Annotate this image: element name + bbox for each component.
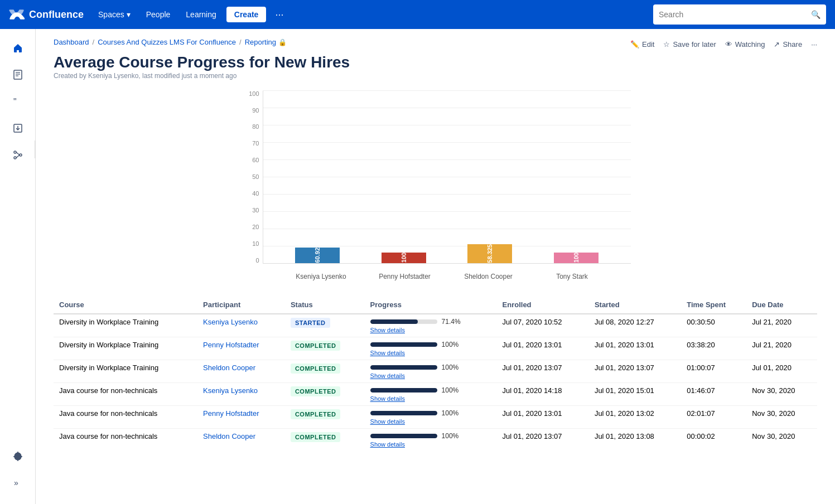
show-details-link[interactable]: Show details	[370, 441, 491, 448]
page-title: Average Course Progress for New Hires	[54, 53, 817, 72]
bar-value-label: 100	[573, 253, 580, 263]
cell-started: Jul 01, 2020 13:07	[589, 360, 681, 382]
show-details-link[interactable]: Show details	[370, 327, 491, 333]
show-details-link[interactable]: Show details	[370, 418, 491, 425]
cell-course: Java course for non-technicals	[54, 382, 197, 405]
progress-percent: 100%	[442, 409, 459, 417]
search-input[interactable]	[659, 10, 807, 19]
share-button[interactable]: ↗ Share	[774, 40, 802, 49]
create-button[interactable]: Create	[226, 7, 267, 22]
show-details-link[interactable]: Show details	[370, 372, 491, 379]
y-label: 60	[252, 157, 259, 163]
progress-percent: 100%	[442, 364, 459, 371]
breadcrumb-dashboard[interactable]: Dashboard	[54, 38, 89, 46]
cell-started: Jul 08, 2020 12:27	[589, 314, 681, 337]
participant-link[interactable]: Kseniya Lysenko	[203, 318, 258, 326]
more-nav-button[interactable]: ···	[271, 7, 288, 23]
progress-percent: 71.4%	[442, 318, 461, 326]
svg-line-10	[16, 152, 20, 155]
spaces-menu[interactable]: Spaces ▾	[93, 7, 136, 22]
bar-chart: 0102030405060708090100 60.9210058.325100…	[240, 91, 631, 280]
sidebar-export-icon[interactable]	[6, 116, 30, 140]
breadcrumb-reporting: Reporting	[245, 38, 276, 46]
cell-due-date: Jul 21, 2020	[746, 314, 817, 337]
cell-participant: Kseniya Lysenko	[197, 314, 285, 337]
table-row: Diversity in Workplace TrainingPenny Hof…	[54, 337, 817, 360]
bar[interactable]: 100	[382, 253, 426, 263]
status-badge: STARTED	[291, 318, 330, 328]
breadcrumb-lms[interactable]: Courses And Quizzes LMS For Confluence	[98, 38, 236, 46]
left-sidebar: " »	[0, 29, 36, 504]
main-content: Dashboard / Courses And Quizzes LMS For …	[36, 29, 835, 504]
share-icon: ↗	[774, 40, 780, 49]
bars-area: 60.9210058.325100	[263, 91, 631, 264]
cell-course: Java course for non-technicals	[54, 405, 197, 428]
cell-status: COMPLETED	[285, 337, 365, 360]
table-row: Java course for non-technicalsSheldon Co…	[54, 428, 817, 451]
sidebar-home-icon[interactable]	[6, 36, 30, 60]
watching-button[interactable]: 👁 Watching	[725, 40, 765, 49]
y-label: 30	[252, 207, 259, 214]
svg-point-9	[14, 157, 16, 159]
bar[interactable]: 60.92	[295, 248, 340, 263]
cell-enrolled: Jul 01, 2020 13:07	[497, 428, 589, 451]
table-row: Diversity in Workplace TrainingKseniya L…	[54, 314, 817, 337]
bar-group: 100	[539, 253, 614, 263]
y-label: 90	[252, 108, 259, 114]
table-body: Diversity in Workplace TrainingKseniya L…	[54, 314, 817, 451]
participant-link[interactable]: Kseniya Lysenko	[203, 386, 258, 395]
col-course: Course	[54, 296, 197, 314]
cell-due-date: Jul 01, 2020	[746, 360, 817, 382]
star-icon: ☆	[663, 40, 670, 49]
sidebar-quote-icon[interactable]: "	[6, 89, 30, 114]
more-actions-button[interactable]: ···	[811, 40, 817, 49]
page-actions: ✏️ Edit ☆ Save for later 👁 Watching ↗ Sh…	[630, 40, 817, 49]
bar-value-label: 58.325	[486, 244, 493, 263]
participant-link[interactable]: Sheldon Cooper	[203, 432, 255, 440]
cell-time-spent: 01:00:07	[681, 360, 746, 382]
people-menu[interactable]: People	[141, 7, 176, 22]
cell-status: COMPLETED	[285, 405, 365, 428]
sidebar-expand-icon[interactable]: »	[6, 471, 30, 495]
bar-value-label: 60.92	[314, 248, 321, 263]
show-details-link[interactable]: Show details	[370, 350, 491, 356]
sidebar-pages-icon[interactable]	[6, 62, 30, 87]
bar[interactable]: 100	[554, 253, 599, 263]
svg-text:»: »	[14, 478, 18, 487]
cell-due-date: Nov 30, 2020	[746, 382, 817, 405]
progress-percent: 100%	[442, 341, 459, 348]
y-label: 50	[252, 174, 259, 180]
sidebar-settings-icon[interactable]	[6, 444, 30, 468]
col-progress: Progress	[365, 296, 497, 314]
bar[interactable]: 58.325	[467, 244, 512, 263]
cell-progress: 100%Show details	[365, 382, 497, 405]
cell-enrolled: Jul 01, 2020 13:01	[497, 405, 589, 428]
participant-link[interactable]: Penny Hofstadter	[203, 341, 259, 349]
y-label: 10	[252, 241, 259, 247]
x-labels: Kseniya LysenkoPenny HofstadterSheldon C…	[263, 264, 631, 280]
breadcrumb: Dashboard / Courses And Quizzes LMS For …	[54, 38, 287, 46]
save-for-later-button[interactable]: ☆ Save for later	[663, 40, 716, 49]
cell-course: Java course for non-technicals	[54, 428, 197, 451]
edit-icon: ✏️	[630, 40, 639, 49]
sidebar-bottom: »	[6, 444, 30, 495]
top-navigation: Confluence Spaces ▾ People Learning Crea…	[0, 0, 835, 29]
cell-progress: 100%Show details	[365, 337, 497, 360]
participant-link[interactable]: Penny Hofstadter	[203, 409, 259, 418]
page-header-row: Dashboard / Courses And Quizzes LMS For …	[54, 38, 817, 51]
cell-course: Diversity in Workplace Training	[54, 360, 197, 382]
status-badge: COMPLETED	[291, 432, 341, 442]
confluence-logo[interactable]: Confluence	[9, 7, 84, 22]
cell-participant: Kseniya Lysenko	[197, 382, 285, 405]
cell-participant: Penny Hofstadter	[197, 405, 285, 428]
cell-started: Jul 01, 2020 13:01	[589, 337, 681, 360]
show-details-link[interactable]: Show details	[370, 395, 491, 402]
learning-menu[interactable]: Learning	[180, 7, 222, 22]
participant-link[interactable]: Sheldon Cooper	[203, 364, 255, 372]
y-label: 40	[252, 191, 259, 197]
edit-button[interactable]: ✏️ Edit	[630, 40, 654, 49]
sidebar-tree-icon[interactable]	[6, 143, 30, 167]
x-label: Penny Hofstadter	[363, 273, 447, 280]
cell-enrolled: Jul 01, 2020 14:18	[497, 382, 589, 405]
page-meta: Created by Kseniya Lysenko, last modifie…	[54, 72, 817, 80]
